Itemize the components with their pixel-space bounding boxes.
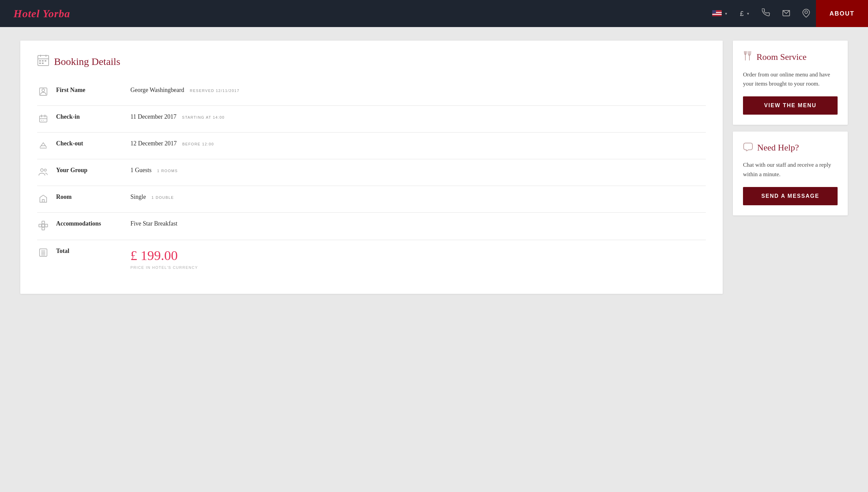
booking-row-checkout: Check-out 12 December 2017 BEFORE 12:00: [37, 133, 706, 159]
phone-icon: [762, 8, 770, 19]
phone-button[interactable]: [756, 0, 776, 27]
total-icon: [37, 248, 49, 259]
accommodation-value: Five Star Breakfast: [130, 220, 177, 227]
send-message-button[interactable]: SEND A MESSAGE: [743, 187, 838, 205]
booking-row-accommodations: Accommodations Five Star Breakfast: [37, 213, 706, 240]
booking-card: Booking Details First Name George Washin…: [20, 41, 723, 294]
svg-rect-20: [40, 116, 47, 122]
booking-title-text: Booking Details: [54, 56, 120, 67]
firstname-value: George Washingbeard RESERVED 12/11/2017: [130, 87, 240, 94]
svg-point-29: [44, 169, 46, 171]
flag-icon: [712, 10, 722, 17]
currency-symbol: £: [740, 10, 744, 18]
accommodation-icon: [37, 220, 49, 232]
svg-rect-16: [39, 63, 41, 64]
checkout-label: Check-out: [56, 140, 124, 147]
sidebar: Room Service Order from our online menu …: [733, 41, 848, 215]
firstname-label: First Name: [56, 87, 124, 94]
svg-rect-5: [712, 15, 722, 16]
location-button[interactable]: [796, 0, 816, 27]
accommodation-label-wrapper: Accommodations: [56, 220, 124, 227]
location-icon: [802, 9, 810, 19]
need-help-desc: Chat with our staff and receive a reply …: [743, 160, 838, 179]
currency-chevron: ▼: [746, 12, 750, 16]
need-help-card: Need Help? Chat with our staff and recei…: [733, 132, 848, 215]
group-badge: 1 ROOMS: [157, 169, 178, 173]
chat-icon: [743, 142, 753, 154]
svg-point-28: [41, 169, 43, 171]
checkin-badge: STARTING AT 14:00: [182, 115, 225, 119]
accommodation-label: Accommodations: [56, 220, 124, 227]
room-value: Single 1 DOUBLE: [130, 193, 174, 201]
group-icon: [37, 167, 49, 178]
fork-knife-icon: [743, 51, 752, 63]
need-help-title: Need Help?: [743, 142, 838, 154]
svg-rect-35: [42, 227, 45, 230]
room-service-desc: Order from our online menu and have your…: [743, 70, 838, 88]
mail-icon: [782, 9, 790, 18]
booking-row-group: Your Group 1 Guests 1 ROOMS: [37, 159, 706, 186]
booking-row-room: Room Single 1 DOUBLE: [37, 186, 706, 213]
booking-row-firstname: First Name George Washingbeard RESERVED …: [37, 79, 706, 106]
checkout-badge: BEFORE 12:00: [182, 142, 214, 146]
room-service-card: Room Service Order from our online menu …: [733, 41, 848, 125]
booking-title: Booking Details: [37, 54, 706, 69]
svg-point-8: [805, 11, 808, 14]
view-menu-button[interactable]: VIEW THE MENU: [743, 96, 838, 115]
svg-rect-6: [712, 10, 716, 14]
total-currency-badge: PRICE IN HOTEL'S CURRENCY: [130, 265, 198, 270]
firstname-badge: RESERVED 12/11/2017: [190, 89, 240, 93]
total-value-wrapper: £ 199.00 PRICE IN HOTEL'S CURRENCY: [130, 248, 198, 270]
room-badge: 1 DOUBLE: [152, 195, 174, 200]
group-value: 1 Guests 1 ROOMS: [130, 167, 178, 174]
room-label: Room: [56, 193, 124, 201]
checkin-icon: [37, 113, 49, 125]
room-icon: [37, 193, 49, 205]
booking-row-checkin: Check-in 11 December 2017 STARTING AT 14…: [37, 106, 706, 133]
svg-rect-31: [42, 221, 45, 224]
mail-button[interactable]: [776, 0, 796, 27]
booking-row-total: Total £ 199.00 PRICE IN HOTEL'S CURRENCY: [37, 240, 706, 277]
header: Hotel Yorba ▼ £ ▼: [0, 0, 868, 27]
room-service-title: Room Service: [743, 51, 838, 63]
language-chevron: ▼: [724, 12, 728, 16]
language-selector[interactable]: ▼: [706, 0, 734, 27]
checkin-label: Check-in: [56, 113, 124, 120]
svg-rect-33: [42, 224, 45, 227]
svg-rect-4: [712, 14, 722, 15]
booking-calendar-icon: [37, 54, 49, 69]
svg-rect-15: [45, 60, 46, 62]
group-label: Your Group: [56, 167, 124, 174]
svg-rect-14: [42, 60, 44, 62]
person-icon: [37, 87, 49, 98]
header-right: ▼ £ ▼: [706, 0, 868, 27]
total-amount: £ 199.00: [130, 248, 198, 263]
room-service-title-text: Room Service: [757, 52, 807, 62]
svg-rect-17: [42, 63, 44, 64]
svg-rect-13: [39, 60, 41, 62]
about-button[interactable]: ABOUT: [816, 0, 868, 27]
logo: Hotel Yorba: [14, 7, 70, 20]
svg-rect-32: [39, 224, 42, 227]
currency-selector[interactable]: £ ▼: [734, 0, 756, 27]
svg-rect-34: [45, 224, 48, 227]
total-label: Total: [56, 248, 124, 255]
checkout-value: 12 December 2017 BEFORE 12:00: [130, 140, 214, 147]
checkin-value: 11 December 2017 STARTING AT 14:00: [130, 113, 225, 120]
checkout-icon: [37, 140, 49, 151]
need-help-title-text: Need Help?: [757, 143, 799, 153]
svg-point-19: [42, 89, 45, 92]
main-content: Booking Details First Name George Washin…: [0, 27, 868, 307]
svg-rect-30: [42, 200, 44, 202]
